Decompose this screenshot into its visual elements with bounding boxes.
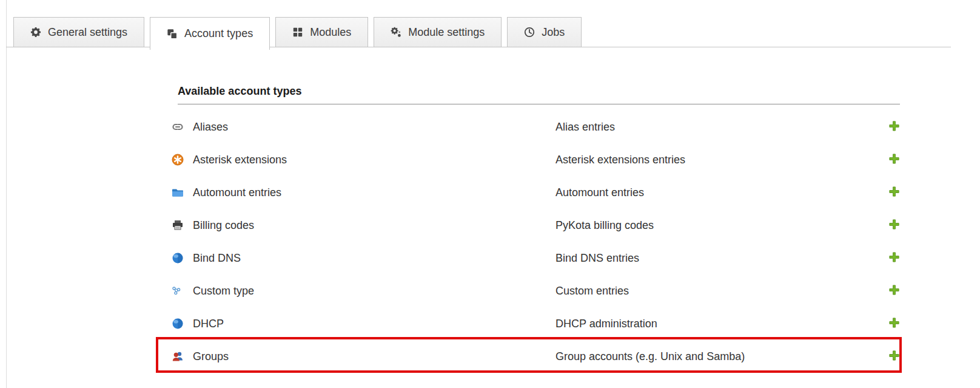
account-type-row-automount: Automount entries Automount entries bbox=[172, 176, 900, 209]
section-divider bbox=[178, 104, 900, 104]
account-type-name: Billing codes bbox=[193, 219, 555, 232]
account-types-panel: Available account types Aliases Alias en… bbox=[172, 85, 900, 373]
tab-account-types[interactable]: Account types bbox=[150, 17, 270, 50]
group-icon bbox=[172, 350, 193, 362]
account-type-row-aliases: Aliases Alias entries bbox=[172, 111, 900, 143]
account-type-description: Automount entries bbox=[555, 186, 882, 199]
account-type-name: Automount entries bbox=[193, 186, 555, 199]
plus-icon bbox=[888, 251, 900, 265]
tab-modules[interactable]: Modules bbox=[275, 17, 368, 47]
plus-icon bbox=[888, 317, 900, 330]
clock-icon bbox=[524, 27, 535, 38]
account-type-description: Group accounts (e.g. Unix and Samba) bbox=[555, 350, 882, 363]
account-type-row-asterisk: Asterisk extensions Asterisk extensions … bbox=[172, 143, 900, 176]
account-type-name: DHCP bbox=[193, 318, 555, 330]
nodes-icon bbox=[172, 286, 193, 296]
module-settings-icon bbox=[391, 27, 401, 38]
tab-label: Module settings bbox=[408, 26, 485, 39]
account-type-row-billing-codes: Billing codes PyKota billing codes bbox=[172, 209, 900, 242]
page-left-border bbox=[6, 0, 7, 388]
plus-icon bbox=[888, 153, 900, 166]
account-type-description: Asterisk extensions entries bbox=[555, 154, 882, 166]
account-type-name: Aliases bbox=[193, 121, 555, 134]
account-type-row-dhcp: DHCP DHCP administration bbox=[172, 307, 900, 340]
folder-icon bbox=[172, 186, 193, 199]
account-type-row-groups: Groups Group accounts (e.g. Unix and Sam… bbox=[172, 340, 900, 373]
account-type-name: Groups bbox=[193, 350, 555, 363]
add-account-type-button[interactable] bbox=[882, 316, 900, 331]
plus-icon bbox=[888, 219, 900, 232]
account-type-description: Custom entries bbox=[555, 285, 882, 298]
add-account-type-button[interactable] bbox=[882, 120, 900, 134]
globe-icon bbox=[172, 318, 193, 330]
plus-icon bbox=[888, 120, 900, 134]
printer-icon bbox=[172, 219, 193, 231]
account-types-icon bbox=[167, 29, 178, 39]
account-type-description: Alias entries bbox=[555, 121, 882, 134]
tab-label: Jobs bbox=[542, 26, 565, 39]
tab-label: Modules bbox=[310, 26, 351, 39]
modules-icon bbox=[292, 27, 303, 38]
account-type-name: Bind DNS bbox=[193, 252, 555, 265]
add-account-type-button[interactable] bbox=[882, 185, 900, 200]
plus-icon bbox=[888, 284, 900, 298]
link-icon bbox=[172, 121, 193, 133]
account-type-row-custom-type: Custom type Custom entries bbox=[172, 274, 900, 307]
tab-general-settings[interactable]: General settings bbox=[13, 17, 144, 47]
account-type-description: PyKota billing codes bbox=[555, 219, 882, 232]
add-account-type-button[interactable] bbox=[882, 251, 900, 265]
account-type-name: Custom type bbox=[193, 285, 555, 298]
tab-label: General settings bbox=[48, 26, 127, 39]
tab-jobs[interactable]: Jobs bbox=[507, 17, 582, 47]
account-type-row-bind-dns: Bind DNS Bind DNS entries bbox=[172, 242, 900, 274]
add-account-type-button[interactable] bbox=[882, 284, 900, 298]
plus-icon bbox=[888, 186, 900, 199]
plus-icon bbox=[888, 350, 900, 363]
account-type-name: Asterisk extensions bbox=[193, 154, 555, 166]
add-account-type-button[interactable] bbox=[882, 349, 900, 364]
globe-icon bbox=[172, 252, 193, 264]
account-type-list: Aliases Alias entries Asterisk extension… bbox=[172, 111, 900, 373]
tab-module-settings[interactable]: Module settings bbox=[374, 17, 502, 47]
account-type-description: Bind DNS entries bbox=[555, 252, 882, 265]
add-account-type-button[interactable] bbox=[882, 152, 900, 167]
asterisk-icon bbox=[172, 154, 193, 166]
gear-icon bbox=[30, 27, 41, 38]
tab-label: Account types bbox=[184, 27, 253, 40]
account-type-description: DHCP administration bbox=[555, 318, 882, 330]
section-title: Available account types bbox=[178, 85, 900, 98]
add-account-type-button[interactable] bbox=[882, 218, 900, 233]
settings-tab-bar: General settings Account types Modules M… bbox=[13, 17, 582, 50]
